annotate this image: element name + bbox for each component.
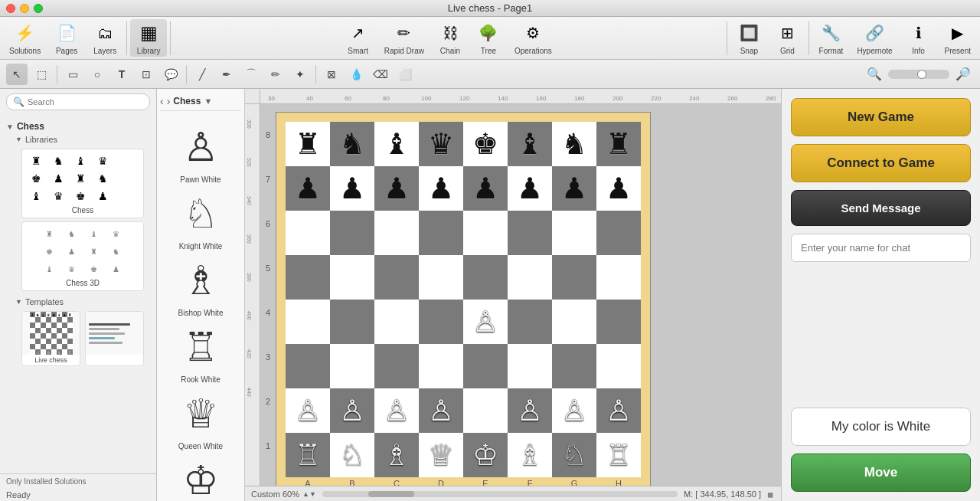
erase-tool[interactable]: ⌫ <box>370 64 391 85</box>
cell-3-0[interactable] <box>286 255 330 300</box>
maximize-button[interactable] <box>34 4 43 13</box>
cell-1-6[interactable]: ♟ <box>552 166 596 211</box>
crop-tool[interactable]: ⊠ <box>321 64 342 85</box>
cell-5-4[interactable] <box>463 344 508 388</box>
cell-7-1[interactable]: ♘ <box>330 433 374 477</box>
cell-7-7[interactable]: ♖ <box>596 433 641 477</box>
templates-header[interactable]: ▼ Templates <box>6 296 150 308</box>
chain-button[interactable]: ⛓ Chain <box>432 19 469 57</box>
cell-6-5[interactable]: ♙ <box>508 388 552 433</box>
cell-7-6[interactable]: ♘ <box>552 433 596 477</box>
bishop-white-item[interactable]: ♗ Bishop White <box>174 254 227 317</box>
layers-button[interactable]: 🗂 Layers <box>87 19 123 57</box>
cell-7-3[interactable]: ♕ <box>419 433 463 477</box>
zoom-out-button[interactable]: 🔍 <box>864 64 885 85</box>
queen-white-item[interactable]: ♕ Queen White <box>174 387 227 450</box>
back-button[interactable]: ‹ <box>160 95 164 107</box>
cell-0-2[interactable]: ♝ <box>374 122 419 166</box>
cell-2-5[interactable] <box>508 211 552 255</box>
cell-1-0[interactable]: ♟ <box>286 166 330 211</box>
cell-4-5[interactable] <box>508 300 552 344</box>
rook-white-item[interactable]: ♖ Rook White <box>174 320 227 384</box>
arc-tool[interactable]: ⌒ <box>240 64 262 85</box>
cell-0-0[interactable]: ♜ <box>286 122 330 166</box>
resize-handle[interactable]: ◼ <box>767 490 775 498</box>
cell-2-6[interactable] <box>552 211 596 255</box>
move-button[interactable]: Move <box>791 454 971 492</box>
cell-4-4[interactable]: ♙ <box>463 300 508 344</box>
live-chess-template[interactable]: ♜ ♞ ♝ ♛ ♚ ♝ ♞ ♜ <box>21 311 80 366</box>
cell-6-6[interactable]: ♙ <box>552 388 596 433</box>
cell-2-0[interactable] <box>286 211 330 255</box>
cell-4-3[interactable] <box>419 300 463 344</box>
cell-7-0[interactable]: ♖ <box>286 433 330 477</box>
search-input[interactable] <box>28 97 143 106</box>
close-button[interactable] <box>6 4 15 13</box>
operations-button[interactable]: ⚙ Operations <box>508 19 558 57</box>
libraries-header[interactable]: ▼ Libraries <box>6 133 150 146</box>
zoom-slider-thumb[interactable] <box>917 70 926 79</box>
cell-7-5[interactable]: ♗ <box>508 433 552 477</box>
chess-library-item[interactable]: ♜ ♞ ♝ ♛ ♚ ♟ ♜ ♞ ♝ ♛ ♚ ♟ Chess <box>21 149 144 218</box>
king-white-item[interactable]: ♔ King White <box>174 454 227 501</box>
pen-tool[interactable]: ✒ <box>216 64 237 85</box>
cell-0-7[interactable]: ♜ <box>596 122 641 166</box>
zoom-dropdown-icon[interactable]: ▲▼ <box>302 490 316 498</box>
cell-1-4[interactable]: ♟ <box>463 166 508 211</box>
ellipse-tool[interactable]: ○ <box>87 64 108 85</box>
callout-tool[interactable]: 💬 <box>160 64 181 85</box>
cell-2-2[interactable] <box>374 211 419 255</box>
cell-5-3[interactable] <box>419 344 463 388</box>
second-template[interactable] <box>85 311 144 366</box>
format-button[interactable]: 🔧 Format <box>812 19 849 57</box>
breadcrumb-dropdown-icon[interactable]: ▼ <box>204 97 212 106</box>
text-area-tool[interactable]: ⊡ <box>136 64 157 85</box>
cell-5-6[interactable] <box>552 344 596 388</box>
select-tool[interactable]: ↖ <box>6 64 28 85</box>
chess-section-header[interactable]: ▼ Chess <box>6 120 150 133</box>
cell-1-1[interactable]: ♟ <box>330 166 374 211</box>
info-button[interactable]: ℹ Info <box>900 19 937 57</box>
cell-4-7[interactable] <box>596 300 641 344</box>
cell-7-2[interactable]: ♗ <box>374 433 419 477</box>
rapid-draw-button[interactable]: ✏ Rapid Draw <box>378 19 430 57</box>
cell-0-4[interactable]: ♚ <box>463 122 508 166</box>
snap-button[interactable]: 🔲 Snap <box>730 19 767 57</box>
cell-1-5[interactable]: ♟ <box>508 166 552 211</box>
chat-name-input[interactable] <box>791 234 971 262</box>
tree-button[interactable]: 🌳 Tree <box>470 19 507 57</box>
cell-3-6[interactable] <box>552 255 596 300</box>
cell-7-4[interactable]: ♔ <box>463 433 508 477</box>
cell-6-3[interactable]: ♙ <box>419 388 463 433</box>
cell-5-1[interactable] <box>330 344 374 388</box>
cell-5-5[interactable] <box>508 344 552 388</box>
zoom-in-button[interactable]: 🔎 <box>952 64 974 85</box>
cell-4-0[interactable] <box>286 300 330 344</box>
cell-6-0[interactable]: ♙ <box>286 388 330 433</box>
new-game-button[interactable]: New Game <box>791 98 971 136</box>
forward-button[interactable]: › <box>167 95 171 107</box>
cell-3-7[interactable] <box>596 255 641 300</box>
library-button[interactable]: ▦ Library <box>130 19 167 57</box>
cell-4-1[interactable] <box>330 300 374 344</box>
cell-5-0[interactable] <box>286 344 330 388</box>
zoom-control[interactable]: Custom 60% ▲▼ <box>251 490 316 499</box>
multi-select-tool[interactable]: ⬚ <box>31 64 52 85</box>
cell-0-5[interactable]: ♝ <box>508 122 552 166</box>
knight-white-item[interactable]: ♘ Knight White <box>174 187 227 250</box>
cell-2-4[interactable] <box>463 211 508 255</box>
cell-3-1[interactable] <box>330 255 374 300</box>
cell-3-4[interactable] <box>463 255 508 300</box>
cell-6-1[interactable]: ♙ <box>330 388 374 433</box>
line-tool[interactable]: ╱ <box>191 64 213 85</box>
chess3d-library-item[interactable]: ♜ ♞ ♝ ♛ ♚ ♟ ♜ ♞ ♝ ♛ ♚ ♟ Chess 3D <box>21 221 144 291</box>
connect-to-game-button[interactable]: Connect to Game <box>791 144 971 182</box>
cell-6-4[interactable] <box>463 388 508 433</box>
present-button[interactable]: ▶ Present <box>939 19 977 57</box>
cell-3-2[interactable] <box>374 255 419 300</box>
smart-button[interactable]: ↗ Smart <box>340 19 377 57</box>
pages-button[interactable]: 📄 Pages <box>48 19 85 57</box>
cell-2-7[interactable] <box>596 211 641 255</box>
send-message-button[interactable]: Send Message <box>791 190 971 226</box>
cell-6-2[interactable]: ♙ <box>374 388 419 433</box>
